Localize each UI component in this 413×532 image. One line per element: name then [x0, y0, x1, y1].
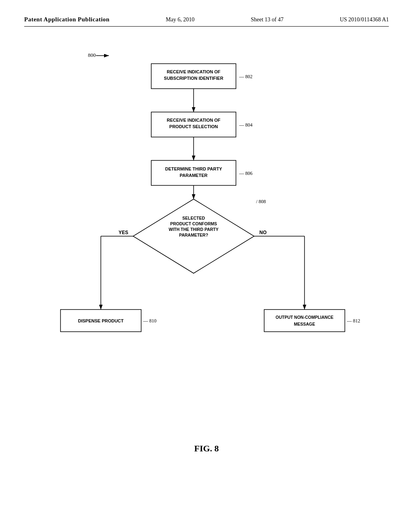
- svg-text:NO: NO: [259, 230, 267, 235]
- page: Patent Application Publication May 6, 20…: [0, 0, 413, 532]
- sheet-label: Sheet 13 of 47: [251, 17, 284, 23]
- svg-text:DETERMINE THIRD PARTY: DETERMINE THIRD PARTY: [165, 166, 223, 171]
- svg-text:— 806: — 806: [239, 170, 252, 176]
- page-header: Patent Application Publication May 6, 20…: [24, 16, 389, 27]
- svg-text:/ 808: / 808: [256, 199, 266, 204]
- svg-text:YES: YES: [119, 230, 128, 235]
- flowchart-svg: 800 RECEIVE INDICATION OF SUBSCRIPTION I…: [24, 35, 389, 478]
- svg-text:DISPENSE PRODUCT: DISPENSE PRODUCT: [78, 318, 123, 323]
- svg-text:— 804: — 804: [239, 122, 252, 128]
- svg-text:MESSAGE: MESSAGE: [294, 322, 315, 326]
- svg-text:RECEIVE INDICATION OF: RECEIVE INDICATION OF: [167, 69, 220, 74]
- svg-text:— 812: — 812: [346, 318, 360, 324]
- svg-text:WITH THE THIRD PARTY: WITH THE THIRD PARTY: [169, 227, 218, 232]
- svg-text:— 810: — 810: [143, 318, 156, 324]
- label-800-text: 800: [88, 52, 96, 58]
- figure-label: FIG. 8: [24, 443, 389, 454]
- diagram-area: 800 RECEIVE INDICATION OF SUBSCRIPTION I…: [24, 35, 389, 478]
- svg-text:PARAMETER: PARAMETER: [180, 173, 208, 178]
- svg-text:PRODUCT CONFORMS: PRODUCT CONFORMS: [170, 221, 217, 226]
- svg-text:PRODUCT SELECTION: PRODUCT SELECTION: [169, 124, 218, 129]
- svg-text:OUTPUT NON-COMPLIANCE: OUTPUT NON-COMPLIANCE: [275, 315, 334, 320]
- svg-text:RECEIVE INDICATION OF: RECEIVE INDICATION OF: [167, 118, 220, 123]
- svg-text:— 802: — 802: [239, 74, 252, 79]
- svg-text:SELECTED: SELECTED: [182, 216, 205, 220]
- patent-number: US 2010/0114368 A1: [340, 17, 389, 23]
- svg-rect-33: [264, 310, 345, 332]
- svg-text:PARAMETER?: PARAMETER?: [179, 233, 208, 237]
- date-label: May 6, 2010: [166, 17, 194, 23]
- svg-text:SUBSCRIPTION IDENTIFIER: SUBSCRIPTION IDENTIFIER: [164, 76, 223, 81]
- publication-label: Patent Application Publication: [24, 16, 110, 23]
